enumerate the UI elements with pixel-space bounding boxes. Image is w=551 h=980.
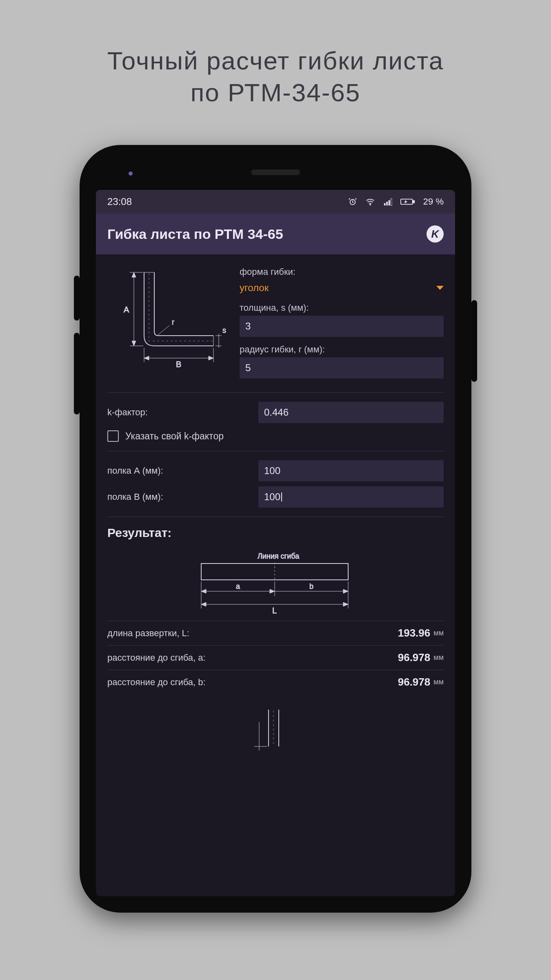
promo-title: Точный расчет гибки листа по РТМ-34-65 — [107, 45, 444, 108]
svg-text:L: L — [272, 606, 277, 615]
svg-rect-4 — [389, 200, 390, 205]
svg-text:b: b — [309, 582, 313, 590]
result-value: 96.978 — [398, 676, 431, 688]
divider — [107, 392, 444, 393]
battery-icon — [400, 197, 415, 206]
result-unit: мм — [433, 653, 444, 662]
result-label: длина развертки, L: — [107, 628, 398, 639]
result-unit: мм — [433, 678, 444, 686]
svg-line-10 — [157, 325, 169, 336]
chevron-down-icon — [436, 286, 444, 290]
radius-label: радиус гибки, r (мм): — [240, 342, 444, 357]
bend-shape-diagram: r s A — [107, 264, 230, 374]
custom-kfactor-label: Указать свой k-фактор — [125, 431, 224, 442]
status-bar: 23:08 29 % — [96, 190, 455, 214]
result-heading: Результат: — [107, 526, 444, 540]
divider — [107, 451, 444, 451]
custom-kfactor-checkbox-row[interactable]: Указать свой k-фактор — [107, 430, 444, 442]
result-unit: мм — [433, 629, 444, 637]
svg-text:r: r — [172, 318, 174, 326]
result-row: расстояние до сгиба, b: 96.978 мм — [107, 670, 444, 694]
thickness-label: толщина, s (мм): — [240, 300, 444, 316]
phone-side-button — [74, 276, 80, 321]
shape-select-value: уголок — [240, 282, 269, 294]
alarm-icon — [348, 197, 357, 206]
svg-rect-3 — [386, 202, 388, 205]
svg-marker-25 — [144, 356, 149, 360]
promo-line1: Точный расчет гибки листа — [107, 47, 444, 75]
result-label: расстояние до сгиба, a: — [107, 653, 398, 663]
svg-text:A: A — [124, 305, 129, 314]
flange-a-input[interactable]: 100 — [258, 460, 444, 481]
app-bar: Гибка листа по РТМ 34-65 K — [96, 214, 455, 254]
svg-point-1 — [370, 204, 371, 205]
kfactor-input[interactable]: 0.446 — [258, 402, 444, 423]
flange-b-input[interactable]: 100 — [258, 486, 444, 508]
svg-marker-34 — [201, 589, 206, 593]
signal-icon — [383, 197, 392, 206]
content: r s A — [96, 254, 455, 896]
kfactor-label: k-фактор: — [107, 407, 258, 418]
wifi-icon — [365, 197, 375, 206]
text-cursor — [281, 492, 282, 501]
app-badge-icon[interactable]: K — [427, 225, 444, 243]
phone-speaker — [251, 169, 300, 175]
result-row: расстояние до сгиба, a: 96.978 мм — [107, 645, 444, 670]
svg-marker-35 — [270, 589, 275, 593]
screen: 23:08 29 % Гибка листа по РТМ 34-65 K — [96, 190, 455, 896]
result-value: 193.96 — [398, 627, 431, 639]
result-value: 96.978 — [398, 651, 431, 664]
svg-marker-44 — [201, 602, 206, 606]
phone-side-button — [74, 333, 80, 414]
status-battery-text: 29 % — [423, 196, 444, 207]
app-title: Гибка листа по РТМ 34-65 — [107, 226, 427, 242]
phone-frame: 23:08 29 % Гибка листа по РТМ 34-65 K — [80, 145, 471, 913]
status-time: 23:08 — [107, 196, 340, 207]
svg-rect-2 — [384, 203, 386, 206]
svg-marker-20 — [132, 341, 136, 346]
svg-text:Линия сгиба: Линия сгиба — [258, 552, 300, 560]
app-badge-letter: K — [431, 228, 439, 241]
flange-b-label: полка В (мм): — [107, 492, 258, 502]
phone-bezel-top — [96, 157, 455, 190]
result-row: длина развертки, L: 193.96 мм — [107, 621, 444, 645]
checkbox-icon — [107, 430, 119, 442]
divider — [107, 517, 444, 517]
flange-a-label: полка А (мм): — [107, 466, 258, 476]
phone-side-button — [471, 300, 477, 382]
secondary-diagram — [107, 706, 444, 755]
shape-label: форма гибки: — [240, 264, 444, 280]
result-label: расстояние до сгиба, b: — [107, 677, 398, 688]
radius-input[interactable]: 5 — [240, 357, 444, 379]
svg-marker-39 — [343, 589, 348, 593]
svg-marker-19 — [132, 272, 136, 277]
svg-text:a: a — [236, 582, 240, 590]
promo-line2: по РТМ-34-65 — [191, 78, 361, 107]
thickness-input[interactable]: 3 — [240, 316, 444, 337]
svg-rect-5 — [391, 199, 392, 206]
shape-select[interactable]: уголок — [240, 280, 444, 300]
svg-text:B: B — [176, 360, 181, 369]
flat-pattern-diagram: Линия сгиба a b — [107, 547, 444, 617]
svg-marker-26 — [209, 356, 213, 360]
svg-rect-7 — [413, 200, 414, 203]
phone-sensor-dot — [129, 172, 133, 176]
svg-marker-45 — [343, 602, 348, 606]
svg-text:s: s — [222, 326, 226, 334]
